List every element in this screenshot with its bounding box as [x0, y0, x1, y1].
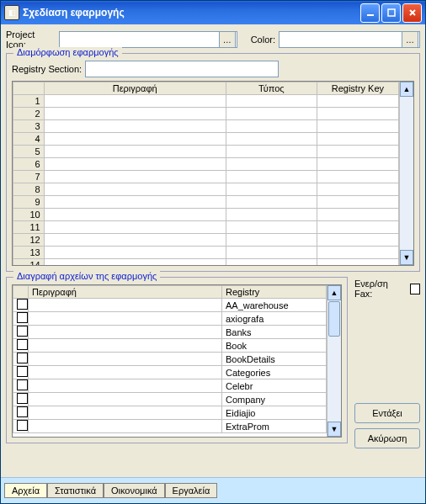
cell[interactable] [44, 108, 226, 120]
cell[interactable] [226, 146, 317, 158]
table-row[interactable]: AA_warehouse [13, 299, 327, 312]
scroll-track[interactable] [400, 97, 413, 250]
config-col-desc[interactable]: Περιγραφή [44, 82, 226, 95]
cell[interactable] [226, 133, 317, 146]
cell[interactable] [226, 171, 317, 183]
cell[interactable] [317, 234, 398, 247]
cell[interactable] [317, 133, 398, 146]
row-checkbox[interactable] [17, 393, 28, 404]
config-grid[interactable]: Περιγραφή Τύπος Registry Key 12345678910… [12, 81, 414, 266]
table-row[interactable]: ExtraProm [13, 420, 327, 433]
cell[interactable] [317, 196, 398, 209]
row-header[interactable]: 12 [13, 234, 45, 247]
tab-stats[interactable]: Στατιστικά [47, 483, 104, 498]
row-registry[interactable]: Banks [222, 326, 327, 339]
cell[interactable] [44, 158, 226, 171]
cell[interactable] [317, 259, 398, 266]
ok-button[interactable]: Εντάξει [354, 403, 420, 423]
row-registry[interactable]: ExtraProm [222, 420, 327, 433]
row-header[interactable]: 9 [13, 196, 45, 209]
maximize-button[interactable] [381, 3, 401, 23]
cell[interactable] [317, 183, 398, 196]
row-registry[interactable]: AA_warehouse [222, 299, 327, 312]
row-desc[interactable] [29, 312, 222, 326]
row-desc[interactable] [29, 393, 222, 406]
table-row[interactable]: 2 [13, 108, 399, 120]
cell[interactable] [44, 183, 226, 196]
table-row[interactable]: Celebr [13, 379, 327, 393]
row-desc[interactable] [29, 339, 222, 353]
row-checkbox[interactable] [17, 366, 28, 377]
row-checkbox-cell[interactable] [13, 312, 29, 326]
config-col-type[interactable]: Τύπος [226, 82, 317, 95]
table-row[interactable]: Book [13, 339, 327, 353]
scroll-down-icon[interactable]: ▼ [327, 422, 341, 437]
config-grid-scrollbar[interactable]: ▲ ▼ [399, 82, 413, 265]
row-header[interactable]: 13 [13, 247, 45, 259]
row-checkbox-cell[interactable] [13, 366, 29, 379]
cell[interactable] [226, 247, 317, 259]
cell[interactable] [44, 171, 226, 183]
row-desc[interactable] [29, 366, 222, 379]
row-registry[interactable]: Book [222, 339, 327, 353]
cell[interactable] [226, 95, 317, 108]
registry-section-input[interactable] [85, 61, 279, 77]
cell[interactable] [226, 259, 317, 266]
cell[interactable] [226, 120, 317, 133]
row-checkbox[interactable] [17, 299, 28, 310]
table-row[interactable]: 11 [13, 221, 399, 234]
row-registry[interactable]: Company [222, 393, 327, 406]
config-col-reg[interactable]: Registry Key [317, 82, 398, 95]
row-header[interactable]: 11 [13, 221, 45, 234]
color-input[interactable] [280, 32, 401, 47]
row-registry[interactable]: axiografa [222, 312, 327, 326]
table-row[interactable]: Company [13, 393, 327, 406]
cell[interactable] [317, 108, 398, 120]
table-row[interactable]: 6 [13, 158, 399, 171]
row-checkbox[interactable] [17, 312, 28, 323]
cell[interactable] [317, 247, 398, 259]
row-checkbox[interactable] [17, 379, 28, 390]
row-checkbox[interactable] [17, 353, 28, 363]
minimize-button[interactable] [360, 3, 380, 23]
cell[interactable] [44, 196, 226, 209]
table-row[interactable]: 12 [13, 234, 399, 247]
row-checkbox-cell[interactable] [13, 339, 29, 353]
row-header[interactable]: 10 [13, 209, 45, 221]
row-header[interactable]: 6 [13, 158, 45, 171]
table-row[interactable]: Categories [13, 366, 327, 379]
tab-tools[interactable]: Εργαλεία [165, 483, 218, 498]
cell[interactable] [44, 120, 226, 133]
table-row[interactable]: Eidiajio [13, 406, 327, 420]
scroll-down-icon[interactable]: ▼ [400, 250, 413, 265]
table-row[interactable]: 5 [13, 146, 399, 158]
row-header[interactable]: 5 [13, 146, 45, 158]
row-header[interactable]: 14 [13, 259, 45, 266]
cell[interactable] [226, 221, 317, 234]
project-icon-field[interactable]: … [59, 31, 237, 48]
close-button[interactable] [402, 3, 422, 23]
scroll-up-icon[interactable]: ▲ [400, 82, 413, 97]
cell[interactable] [44, 146, 226, 158]
row-checkbox[interactable] [17, 406, 28, 417]
cell[interactable] [226, 196, 317, 209]
cell[interactable] [317, 158, 398, 171]
table-row[interactable]: 14 [13, 259, 399, 266]
cell[interactable] [226, 158, 317, 171]
cell[interactable] [226, 209, 317, 221]
table-row[interactable]: Banks [13, 326, 327, 339]
row-checkbox-cell[interactable] [13, 299, 29, 312]
row-header[interactable]: 1 [13, 95, 45, 108]
row-checkbox[interactable] [17, 326, 28, 337]
cell[interactable] [44, 221, 226, 234]
fax-checkbox[interactable] [410, 284, 420, 294]
row-header[interactable]: 3 [13, 120, 45, 133]
cancel-button[interactable]: Ακύρωση [354, 428, 420, 448]
cell[interactable] [44, 133, 226, 146]
row-checkbox[interactable] [17, 339, 28, 350]
cell[interactable] [317, 120, 398, 133]
row-desc[interactable] [29, 326, 222, 339]
cell[interactable] [226, 108, 317, 120]
table-row[interactable]: 1 [13, 95, 399, 108]
files-col-reg[interactable]: Registry [222, 286, 327, 299]
